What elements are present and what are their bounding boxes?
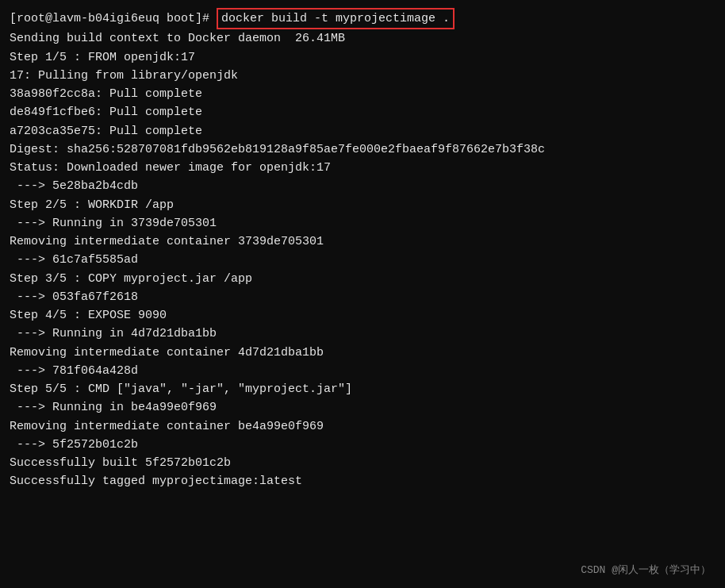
terminal-line: Step 1/5 : FROM openjdk:17 bbox=[10, 48, 715, 67]
terminal-line: Successfully built 5f2572b01c2b bbox=[10, 454, 715, 472]
terminal-line: a7203ca35e75: Pull complete bbox=[10, 122, 715, 140]
terminal-line: Removing intermediate container 3739de70… bbox=[10, 233, 715, 251]
prompt-line: [root@lavm-b04igi6euq boot]# docker buil… bbox=[10, 8, 715, 29]
command-box: docker build -t myprojectimage . bbox=[217, 8, 455, 29]
terminal-line: Successfully tagged myprojectimage:lates… bbox=[10, 472, 715, 490]
terminal-line: Removing intermediate container be4a99e0… bbox=[10, 417, 715, 436]
terminal-line: ---> 5e28ba2b4cdb bbox=[10, 177, 715, 195]
terminal-line: Status: Downloaded newer image for openj… bbox=[10, 159, 715, 177]
terminal-line: Step 5/5 : CMD ["java", "-jar", "myproje… bbox=[10, 380, 715, 398]
terminal-line: 38a980f2cc8a: Pull complete bbox=[10, 85, 715, 103]
terminal-line: ---> 61c7af5585ad bbox=[10, 251, 715, 269]
prompt-text: [root@lavm-b04igi6euq boot]# bbox=[10, 10, 217, 28]
terminal-line: ---> 781f064a428d bbox=[10, 362, 715, 380]
terminal-line: ---> Running in 4d7d21dba1bb bbox=[10, 325, 715, 343]
terminal-line: ---> Running in be4a99e0f969 bbox=[10, 398, 715, 417]
terminal-line: Sending build context to Docker daemon 2… bbox=[10, 29, 715, 48]
terminal-line: de849f1cfbe6: Pull complete bbox=[10, 103, 715, 121]
terminal-line: 17: Pulling from library/openjdk bbox=[10, 67, 715, 85]
watermark: CSDN @闲人一枚（学习中） bbox=[581, 563, 711, 578]
terminal-line: Removing intermediate container 4d7d21db… bbox=[10, 344, 715, 362]
terminal-line: ---> 5f2572b01c2b bbox=[10, 436, 715, 454]
terminal-line: ---> Running in 3739de705301 bbox=[10, 214, 715, 233]
terminal-window: [root@lavm-b04igi6euq boot]# docker buil… bbox=[0, 0, 725, 588]
terminal-line: Step 4/5 : EXPOSE 9090 bbox=[10, 306, 715, 325]
terminal-line: ---> 053fa67f2618 bbox=[10, 288, 715, 306]
terminal-line: Step 3/5 : COPY myproject.jar /app bbox=[10, 270, 715, 288]
terminal-line: Step 2/5 : WORKDIR /app bbox=[10, 196, 715, 214]
terminal-line: Digest: sha256:528707081fdb9562eb819128a… bbox=[10, 140, 715, 159]
